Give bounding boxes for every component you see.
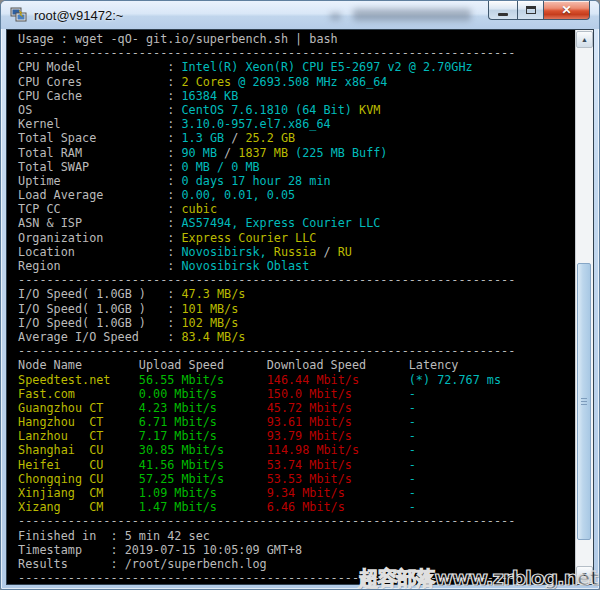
terminal-text-segment: Load Average : xyxy=(11,188,181,202)
terminal-line: Organization : Express Courier LLC xyxy=(11,231,575,245)
terminal-line: Region : Novosibirsk Oblast xyxy=(11,259,575,273)
terminal-line: Total SWAP : 0 MB / 0 MB xyxy=(11,160,575,174)
terminal-line: Chongqing CU 57.25 Mbit/s 53.53 Mbit/s - xyxy=(11,472,575,486)
terminal-line: CPU Model : Intel(R) Xeon(R) CPU E5-2697… xyxy=(11,60,575,74)
terminal-text-segment: / xyxy=(316,245,337,259)
terminal-line: ----------------------------------------… xyxy=(11,514,575,528)
terminal-line: Total Space : 1.3 GB / 25.2 GB xyxy=(11,131,575,145)
terminal-line: ----------------------------------------… xyxy=(11,344,575,358)
terminal-text-segment: Region : xyxy=(11,259,181,273)
terminal-text-segment: 0.00, 0.01, 0.05 xyxy=(181,188,295,202)
terminal-text-segment: 45.72 Mbit/s xyxy=(267,401,409,415)
terminal-text-segment: Intel(R) Xeon(R) CPU E5-2697 v2 @ 2.70GH… xyxy=(181,60,472,74)
terminal-text-segment: OS : xyxy=(11,103,181,117)
minimize-icon xyxy=(498,13,508,16)
terminal-text-segment: / xyxy=(224,131,245,145)
terminal-text-segment: 93.79 Mbit/s xyxy=(267,429,409,443)
terminal-text-segment: - xyxy=(409,415,416,429)
terminal-text-segment: 0 MB / 0 MB xyxy=(181,160,259,174)
terminal-line: TCP CC : cubic xyxy=(11,202,575,216)
terminal-line: OS : CentOS 7.6.1810 (64 Bit) KVM xyxy=(11,103,575,117)
terminal-text-segment: ASN & ISP : xyxy=(11,216,181,230)
terminal-text-segment: 114.98 Mbit/s xyxy=(267,443,409,457)
window-title: root@v91472:~ xyxy=(34,8,123,23)
scrollbar-grip-icon xyxy=(581,398,587,406)
maximize-button[interactable] xyxy=(517,1,544,20)
terminal-text-segment: 6.71 Mbit/s xyxy=(139,415,267,429)
terminal-text-segment: 6.46 Mbit/s xyxy=(267,500,409,514)
terminal-line: ASN & ISP : AS57494, Express Courier LLC xyxy=(11,216,575,230)
terminal-line: Location : Novosibirsk, Russia / RU xyxy=(11,245,575,259)
terminal-text-segment: Novosibirsk, xyxy=(181,245,273,259)
terminal-line: Kernel : 3.10.0-957.el7.x86_64 xyxy=(11,117,575,131)
terminal-text-segment: I/O Speed( 1.0GB ) : xyxy=(11,287,181,301)
terminal-text-segment: Organization : xyxy=(11,231,181,245)
terminal-line: Uptime : 0 days 17 hour 28 min xyxy=(11,174,575,188)
terminal-text-segment: - xyxy=(409,443,416,457)
terminal-text-segment: Usage : wget -qO- git.io/superbench.sh |… xyxy=(11,32,338,46)
terminal-text-segment: CPU Cache : xyxy=(11,89,181,103)
terminal-text-segment: Uptime : xyxy=(11,174,181,188)
terminal-text-segment: ----------------------------------------… xyxy=(11,344,515,358)
terminal-text-segment: 1.3 GB xyxy=(181,131,224,145)
terminal-line: Speedtest.net 56.55 Mbit/s 146.44 Mbit/s… xyxy=(11,373,575,387)
terminal-line: Xizang CM 1.47 Mbit/s 6.46 Mbit/s - xyxy=(11,500,575,514)
terminal-text-segment: 4.23 Mbit/s xyxy=(139,401,267,415)
terminal-text-segment: Lanzhou CT xyxy=(11,429,139,443)
terminal-line: Fast.com 0.00 Mbit/s 150.0 Mbit/s - xyxy=(11,387,575,401)
terminal-text-segment: 47.3 MB/s xyxy=(181,287,245,301)
terminal-text-segment: Xinjiang CM xyxy=(11,486,139,500)
minimize-button[interactable] xyxy=(488,1,517,20)
terminal-text-segment: cubic xyxy=(181,202,217,216)
terminal-text-segment: Total RAM : xyxy=(11,146,181,160)
terminal-text-segment: Total SWAP : xyxy=(11,160,181,174)
terminal-line: Finished in : 5 min 42 sec xyxy=(11,529,575,543)
terminal-text-segment: Guangzhou CT xyxy=(11,401,139,415)
terminal-text-segment: 1.47 Mbit/s xyxy=(139,500,267,514)
terminal-text-segment: 7.17 Mbit/s xyxy=(139,429,267,443)
terminal-text-segment: Timestamp : 2019-07-15 10:05:09 GMT+8 xyxy=(11,543,302,557)
terminal-line: Load Average : 0.00, 0.01, 0.05 xyxy=(11,188,575,202)
terminal-line: Lanzhou CT 7.17 Mbit/s 93.79 Mbit/s - xyxy=(11,429,575,443)
terminal-screen[interactable]: Usage : wget -qO- git.io/superbench.sh |… xyxy=(7,30,575,584)
terminal-text-segment: KVM xyxy=(359,103,380,117)
putty-window: root@v91472:~ ✕ Usage : wget -qO- git.io… xyxy=(0,0,600,590)
terminal-line: Timestamp : 2019-07-15 10:05:09 GMT+8 xyxy=(11,543,575,557)
terminal-text-segment: 102 MB/s xyxy=(181,316,238,330)
terminal-line: I/O Speed( 1.0GB ) : 101 MB/s xyxy=(11,302,575,316)
terminal-line: ----------------------------------------… xyxy=(11,46,575,60)
terminal-text-segment: Average I/O Speed : xyxy=(11,330,181,344)
terminal-text-segment: 57.25 Mbit/s xyxy=(139,472,267,486)
terminal-line: Shanghai CU 30.85 Mbit/s 114.98 Mbit/s - xyxy=(11,443,575,457)
terminal-frame: Usage : wget -qO- git.io/superbench.sh |… xyxy=(6,29,594,585)
terminal-text-segment: 90 MB xyxy=(181,146,217,160)
terminal-text-segment: Kernel : xyxy=(11,117,181,131)
close-icon: ✕ xyxy=(561,4,571,16)
terminal-text-segment: ----------------------------------------… xyxy=(11,514,515,528)
scrollbar-track[interactable] xyxy=(576,48,593,566)
terminal-text-segment: I/O Speed( 1.0GB ) : xyxy=(11,316,181,330)
terminal-text-segment: 30.85 Mbit/s xyxy=(139,443,267,457)
terminal-line: CPU Cores : 2 Cores @ 2693.508 MHz x86_6… xyxy=(11,75,575,89)
terminal-text-segment: 0 days 17 hour 28 min xyxy=(181,174,330,188)
terminal-text-segment: 3.10.0-957.el7.x86_64 xyxy=(181,117,330,131)
scroll-up-button[interactable]: ▲ xyxy=(576,31,593,48)
scrollbar-thumb[interactable] xyxy=(577,263,591,540)
terminal-line: I/O Speed( 1.0GB ) : 102 MB/s xyxy=(11,316,575,330)
terminal-text-segment: 9.34 Mbit/s xyxy=(267,486,409,500)
terminal-text-segment: ----------------------------------------… xyxy=(11,273,515,287)
terminal-line: Node Name Upload Speed Download Speed La… xyxy=(11,358,575,372)
terminal-text-segment: 1.09 Mbit/s xyxy=(139,486,267,500)
terminal-text-segment: CentOS 7.6.1810 (64 Bit) xyxy=(181,103,359,117)
site-watermark: 超容部落www.zrblog.net xyxy=(359,568,598,588)
terminal-text-segment: - xyxy=(409,486,416,500)
terminal-text-segment: @ 2693.508 MHz x86_64 xyxy=(231,75,387,89)
terminal-line: Usage : wget -qO- git.io/superbench.sh |… xyxy=(11,32,575,46)
terminal-text-segment: - xyxy=(409,401,416,415)
terminal-text-segment: RU xyxy=(338,245,352,259)
terminal-line: Heifei CU 41.56 Mbit/s 53.74 Mbit/s - xyxy=(11,458,575,472)
terminal-line: Average I/O Speed : 83.4 MB/s xyxy=(11,330,575,344)
close-button[interactable]: ✕ xyxy=(544,1,590,20)
terminal-text-segment: (225 MB Buff) xyxy=(288,146,387,160)
terminal-text-segment: Xizang CM xyxy=(11,500,139,514)
